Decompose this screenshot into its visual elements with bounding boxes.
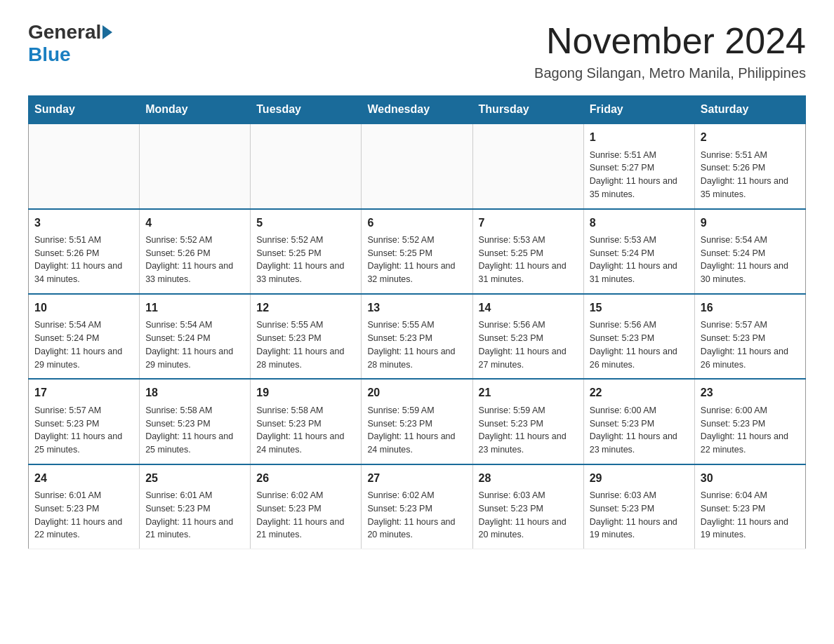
day-number: 12 bbox=[256, 300, 355, 316]
day-number: 25 bbox=[145, 471, 244, 486]
day-number: 24 bbox=[34, 471, 133, 486]
table-row: 3Sunrise: 5:51 AMSunset: 5:26 PMDaylight… bbox=[29, 209, 140, 294]
day-info: Sunrise: 5:53 AMSunset: 5:24 PMDaylight:… bbox=[590, 234, 689, 286]
day-number: 5 bbox=[256, 215, 355, 231]
day-info: Sunrise: 5:52 AMSunset: 5:25 PMDaylight:… bbox=[367, 234, 466, 286]
day-info: Sunrise: 6:03 AMSunset: 5:23 PMDaylight:… bbox=[479, 489, 578, 542]
day-number: 18 bbox=[145, 385, 244, 401]
day-number: 30 bbox=[701, 471, 800, 486]
day-info: Sunrise: 5:51 AMSunset: 5:26 PMDaylight:… bbox=[701, 149, 800, 201]
table-row: 10Sunrise: 5:54 AMSunset: 5:24 PMDayligh… bbox=[29, 294, 140, 379]
day-number: 9 bbox=[701, 215, 800, 231]
table-row: 28Sunrise: 6:03 AMSunset: 5:23 PMDayligh… bbox=[472, 464, 583, 549]
table-row: 7Sunrise: 5:53 AMSunset: 5:25 PMDaylight… bbox=[472, 209, 583, 294]
day-info: Sunrise: 5:58 AMSunset: 5:23 PMDaylight:… bbox=[256, 404, 355, 457]
day-number: 3 bbox=[34, 215, 133, 231]
table-row: 22Sunrise: 6:00 AMSunset: 5:23 PMDayligh… bbox=[583, 379, 694, 464]
col-monday: Monday bbox=[140, 96, 251, 124]
table-row: 16Sunrise: 5:57 AMSunset: 5:23 PMDayligh… bbox=[694, 294, 805, 379]
day-info: Sunrise: 5:55 AMSunset: 5:23 PMDaylight:… bbox=[256, 318, 355, 371]
location-subtitle: Bagong Silangan, Metro Manila, Philippin… bbox=[534, 65, 806, 81]
page-header: General Blue November 2024 Bagong Silang… bbox=[28, 21, 806, 81]
day-info: Sunrise: 6:03 AMSunset: 5:23 PMDaylight:… bbox=[590, 489, 689, 542]
day-number: 23 bbox=[701, 385, 800, 401]
day-number: 20 bbox=[367, 385, 466, 401]
day-number: 7 bbox=[479, 215, 578, 231]
day-number: 8 bbox=[590, 215, 689, 231]
logo-text: General bbox=[28, 21, 114, 43]
day-info: Sunrise: 5:58 AMSunset: 5:23 PMDaylight:… bbox=[145, 404, 244, 457]
col-sunday: Sunday bbox=[29, 96, 140, 124]
logo-general-text: General bbox=[28, 21, 101, 43]
day-number: 2 bbox=[701, 130, 800, 145]
table-row bbox=[29, 123, 140, 208]
calendar-week-3: 10Sunrise: 5:54 AMSunset: 5:24 PMDayligh… bbox=[29, 294, 806, 379]
day-info: Sunrise: 6:00 AMSunset: 5:23 PMDaylight:… bbox=[590, 404, 689, 457]
day-info: Sunrise: 5:59 AMSunset: 5:23 PMDaylight:… bbox=[367, 404, 466, 457]
day-info: Sunrise: 5:57 AMSunset: 5:23 PMDaylight:… bbox=[701, 318, 800, 371]
logo: General Blue bbox=[28, 21, 114, 66]
table-row bbox=[472, 123, 583, 208]
day-number: 16 bbox=[701, 300, 800, 316]
col-saturday: Saturday bbox=[694, 96, 805, 124]
day-number: 28 bbox=[479, 471, 578, 486]
day-number: 26 bbox=[256, 471, 355, 486]
day-number: 19 bbox=[256, 385, 355, 401]
day-number: 10 bbox=[34, 300, 133, 316]
table-row: 6Sunrise: 5:52 AMSunset: 5:25 PMDaylight… bbox=[362, 209, 472, 294]
calendar-header-row: Sunday Monday Tuesday Wednesday Thursday… bbox=[29, 96, 806, 124]
table-row: 21Sunrise: 5:59 AMSunset: 5:23 PMDayligh… bbox=[472, 379, 583, 464]
day-number: 6 bbox=[367, 215, 466, 231]
title-area: November 2024 Bagong Silangan, Metro Man… bbox=[534, 21, 806, 81]
day-number: 15 bbox=[590, 300, 689, 316]
day-info: Sunrise: 5:54 AMSunset: 5:24 PMDaylight:… bbox=[145, 318, 244, 371]
day-number: 1 bbox=[590, 130, 689, 145]
col-tuesday: Tuesday bbox=[251, 96, 362, 124]
table-row: 20Sunrise: 5:59 AMSunset: 5:23 PMDayligh… bbox=[362, 379, 472, 464]
day-info: Sunrise: 5:54 AMSunset: 5:24 PMDaylight:… bbox=[701, 234, 800, 286]
day-number: 4 bbox=[145, 215, 244, 231]
table-row: 25Sunrise: 6:01 AMSunset: 5:23 PMDayligh… bbox=[140, 464, 251, 549]
day-info: Sunrise: 5:51 AMSunset: 5:26 PMDaylight:… bbox=[34, 234, 133, 286]
table-row: 11Sunrise: 5:54 AMSunset: 5:24 PMDayligh… bbox=[140, 294, 251, 379]
table-row: 17Sunrise: 5:57 AMSunset: 5:23 PMDayligh… bbox=[29, 379, 140, 464]
table-row: 30Sunrise: 6:04 AMSunset: 5:23 PMDayligh… bbox=[694, 464, 805, 549]
col-thursday: Thursday bbox=[472, 96, 583, 124]
day-number: 11 bbox=[145, 300, 244, 316]
table-row: 13Sunrise: 5:55 AMSunset: 5:23 PMDayligh… bbox=[362, 294, 472, 379]
day-info: Sunrise: 5:53 AMSunset: 5:25 PMDaylight:… bbox=[479, 234, 578, 286]
table-row: 2Sunrise: 5:51 AMSunset: 5:26 PMDaylight… bbox=[694, 123, 805, 208]
table-row: 26Sunrise: 6:02 AMSunset: 5:23 PMDayligh… bbox=[251, 464, 362, 549]
day-info: Sunrise: 6:00 AMSunset: 5:23 PMDaylight:… bbox=[701, 404, 800, 457]
table-row: 12Sunrise: 5:55 AMSunset: 5:23 PMDayligh… bbox=[251, 294, 362, 379]
calendar-table: Sunday Monday Tuesday Wednesday Thursday… bbox=[28, 95, 806, 549]
day-info: Sunrise: 5:57 AMSunset: 5:23 PMDaylight:… bbox=[34, 404, 133, 457]
table-row: 9Sunrise: 5:54 AMSunset: 5:24 PMDaylight… bbox=[694, 209, 805, 294]
day-info: Sunrise: 5:55 AMSunset: 5:23 PMDaylight:… bbox=[367, 318, 466, 371]
day-number: 21 bbox=[479, 385, 578, 401]
day-number: 14 bbox=[479, 300, 578, 316]
table-row: 18Sunrise: 5:58 AMSunset: 5:23 PMDayligh… bbox=[140, 379, 251, 464]
day-info: Sunrise: 5:52 AMSunset: 5:26 PMDaylight:… bbox=[145, 234, 244, 286]
table-row: 14Sunrise: 5:56 AMSunset: 5:23 PMDayligh… bbox=[472, 294, 583, 379]
table-row: 27Sunrise: 6:02 AMSunset: 5:23 PMDayligh… bbox=[362, 464, 472, 549]
day-number: 27 bbox=[367, 471, 466, 486]
day-number: 17 bbox=[34, 385, 133, 401]
day-number: 13 bbox=[367, 300, 466, 316]
logo-triangle-icon bbox=[102, 25, 112, 39]
day-info: Sunrise: 5:59 AMSunset: 5:23 PMDaylight:… bbox=[479, 404, 578, 457]
calendar-week-5: 24Sunrise: 6:01 AMSunset: 5:23 PMDayligh… bbox=[29, 464, 806, 549]
calendar-week-1: 1Sunrise: 5:51 AMSunset: 5:27 PMDaylight… bbox=[29, 123, 806, 208]
table-row: 5Sunrise: 5:52 AMSunset: 5:25 PMDaylight… bbox=[251, 209, 362, 294]
table-row: 8Sunrise: 5:53 AMSunset: 5:24 PMDaylight… bbox=[583, 209, 694, 294]
day-info: Sunrise: 5:54 AMSunset: 5:24 PMDaylight:… bbox=[34, 318, 133, 371]
col-friday: Friday bbox=[583, 96, 694, 124]
logo-blue-text: Blue bbox=[28, 43, 71, 66]
table-row: 19Sunrise: 5:58 AMSunset: 5:23 PMDayligh… bbox=[251, 379, 362, 464]
day-info: Sunrise: 5:51 AMSunset: 5:27 PMDaylight:… bbox=[590, 149, 689, 201]
calendar-week-2: 3Sunrise: 5:51 AMSunset: 5:26 PMDaylight… bbox=[29, 209, 806, 294]
table-row: 23Sunrise: 6:00 AMSunset: 5:23 PMDayligh… bbox=[694, 379, 805, 464]
table-row bbox=[362, 123, 472, 208]
day-info: Sunrise: 6:01 AMSunset: 5:23 PMDaylight:… bbox=[145, 489, 244, 542]
day-info: Sunrise: 6:02 AMSunset: 5:23 PMDaylight:… bbox=[256, 489, 355, 542]
